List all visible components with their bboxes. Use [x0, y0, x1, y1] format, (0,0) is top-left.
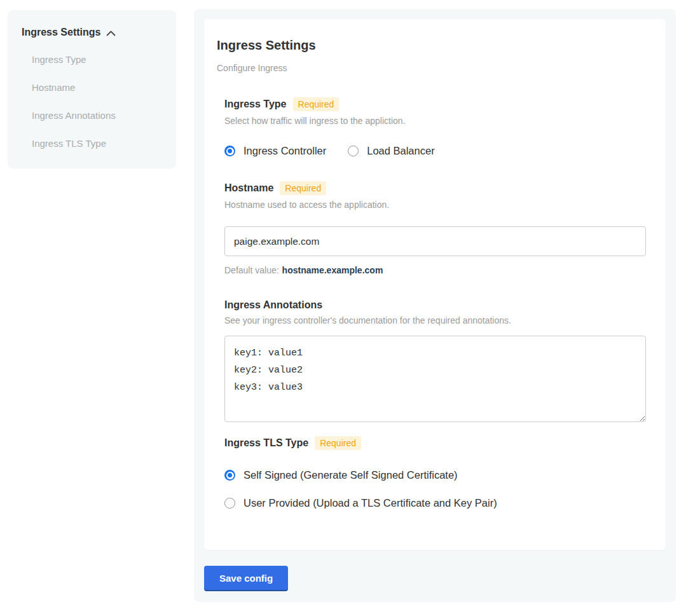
radio-user-provided[interactable]	[224, 498, 235, 509]
required-badge: Required	[280, 181, 326, 195]
ingress-type-help: Select how traffic will ingress to the a…	[224, 116, 645, 126]
config-main-panel: Ingress Settings Configure Ingress Ingre…	[194, 9, 676, 602]
sidebar-group-label: Ingress Settings	[22, 27, 100, 38]
radio-load-balancer[interactable]	[348, 146, 359, 156]
sidebar-item-list: Ingress Type Hostname Ingress Annotation…	[22, 54, 163, 149]
radio-label: Ingress Controller	[244, 145, 326, 157]
hostname-default-line: Default value:hostname.example.com	[224, 265, 645, 275]
radio-label: Self Signed (Generate Self Signed Certif…	[244, 469, 458, 481]
default-value-text: hostname.example.com	[282, 265, 383, 275]
section-ingress-tls-type: Ingress TLS Type Required Self Signed (G…	[224, 436, 645, 509]
radio-option-self-signed[interactable]: Self Signed (Generate Self Signed Certif…	[224, 469, 645, 481]
config-sections: Ingress Type Required Select how traffic…	[224, 97, 645, 509]
radio-option-user-provided[interactable]: User Provided (Upload a TLS Certificate …	[224, 497, 645, 509]
required-badge: Required	[293, 97, 340, 111]
ingress-type-label: Ingress Type	[224, 99, 287, 110]
section-ingress-type: Ingress Type Required Select how traffic…	[224, 97, 645, 157]
radio-option-load-balancer[interactable]: Load Balancer	[348, 145, 434, 157]
default-value-label: Default value:	[224, 265, 279, 275]
hostname-help: Hostname used to access the application.	[224, 200, 645, 210]
chevron-up-icon	[106, 31, 116, 36]
section-hostname: Hostname Required Hostname used to acces…	[224, 181, 645, 275]
ingress-annotations-textarea[interactable]: key1: value1 key2: value2 key3: value3	[224, 336, 646, 422]
save-config-button[interactable]: Save config	[204, 566, 288, 590]
radio-option-ingress-controller[interactable]: Ingress Controller	[224, 145, 326, 157]
ingress-tls-type-label: Ingress TLS Type	[224, 437, 308, 449]
hostname-input[interactable]	[224, 226, 646, 256]
ingress-type-radio-group: Ingress Controller Load Balancer	[224, 145, 645, 157]
sidebar-item-hostname[interactable]: Hostname	[32, 82, 163, 93]
ingress-annotations-help: See your ingress controller's documentat…	[224, 315, 645, 325]
required-badge: Required	[315, 436, 361, 450]
config-card: Ingress Settings Configure Ingress Ingre…	[204, 19, 666, 550]
sidebar-item-ingress-annotations[interactable]: Ingress Annotations	[32, 110, 163, 121]
sidebar-group-ingress-settings[interactable]: Ingress Settings	[22, 27, 163, 38]
ingress-annotations-label: Ingress Annotations	[224, 299, 322, 311]
radio-label: Load Balancer	[367, 145, 434, 157]
radio-label: User Provided (Upload a TLS Certificate …	[244, 497, 497, 509]
radio-self-signed[interactable]	[224, 470, 235, 481]
page-title: Ingress Settings	[217, 38, 645, 53]
sidebar-item-ingress-tls-type[interactable]: Ingress TLS Type	[32, 138, 163, 149]
config-sidebar: Ingress Settings Ingress Type Hostname I…	[8, 10, 176, 168]
sidebar-item-ingress-type[interactable]: Ingress Type	[32, 54, 163, 65]
section-ingress-annotations: Ingress Annotations See your ingress con…	[224, 299, 645, 422]
page-subtitle: Configure Ingress	[217, 63, 645, 73]
ingress-tls-radio-group: Self Signed (Generate Self Signed Certif…	[224, 469, 645, 509]
page: Ingress Settings Ingress Type Hostname I…	[0, 0, 693, 616]
radio-ingress-controller[interactable]	[224, 146, 235, 156]
hostname-label: Hostname	[224, 182, 273, 194]
